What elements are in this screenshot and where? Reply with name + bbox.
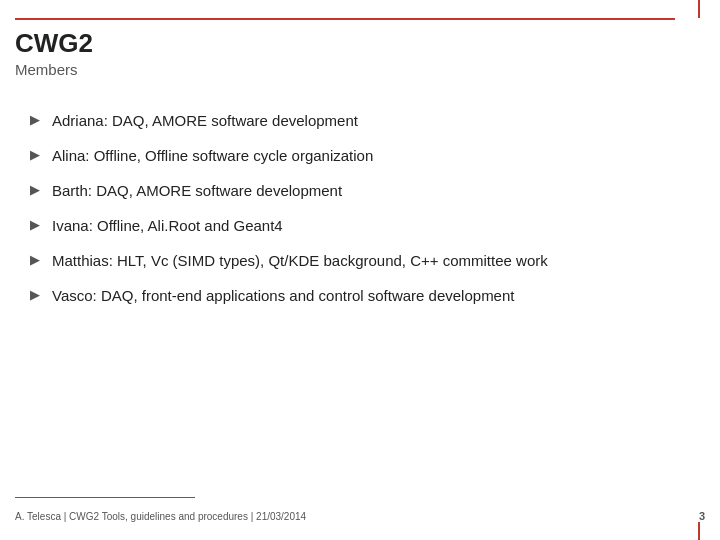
- list-item: ▶Vasco: DAQ, front-end applications and …: [30, 285, 690, 306]
- top-line: [15, 18, 675, 20]
- footer: A. Telesca | CWG2 Tools, guidelines and …: [15, 510, 705, 522]
- bullet-text: Alina: Offline, Offline software cycle o…: [52, 145, 690, 166]
- slide-container: CWG2 Members ▶Adriana: DAQ, AMORE softwa…: [0, 0, 720, 540]
- bottom-right-accent: [698, 522, 700, 540]
- footer-line: [15, 497, 195, 499]
- content-area: ▶Adriana: DAQ, AMORE software developmen…: [30, 110, 690, 320]
- list-item: ▶Adriana: DAQ, AMORE software developmen…: [30, 110, 690, 131]
- bullet-arrow-icon: ▶: [30, 251, 40, 269]
- bullet-arrow-icon: ▶: [30, 181, 40, 199]
- footer-text: A. Telesca | CWG2 Tools, guidelines and …: [15, 511, 306, 522]
- bullet-arrow-icon: ▶: [30, 216, 40, 234]
- bullet-arrow-icon: ▶: [30, 286, 40, 304]
- list-item: ▶Matthias: HLT, Vc (SIMD types), Qt/KDE …: [30, 250, 690, 271]
- list-item: ▶Barth: DAQ, AMORE software development: [30, 180, 690, 201]
- list-item: ▶Ivana: Offline, Ali.Root and Geant4: [30, 215, 690, 236]
- bullet-list: ▶Adriana: DAQ, AMORE software developmen…: [30, 110, 690, 306]
- slide-title: CWG2: [15, 28, 93, 59]
- slide-subtitle: Members: [15, 61, 93, 78]
- bullet-text: Adriana: DAQ, AMORE software development: [52, 110, 690, 131]
- bullet-text: Barth: DAQ, AMORE software development: [52, 180, 690, 201]
- bullet-text: Vasco: DAQ, front-end applications and c…: [52, 285, 690, 306]
- top-right-accent: [698, 0, 700, 18]
- header: CWG2 Members: [15, 28, 93, 78]
- bullet-arrow-icon: ▶: [30, 111, 40, 129]
- bullet-arrow-icon: ▶: [30, 146, 40, 164]
- bullet-text: Matthias: HLT, Vc (SIMD types), Qt/KDE b…: [52, 250, 690, 271]
- footer-page-number: 3: [699, 510, 705, 522]
- bullet-text: Ivana: Offline, Ali.Root and Geant4: [52, 215, 690, 236]
- list-item: ▶Alina: Offline, Offline software cycle …: [30, 145, 690, 166]
